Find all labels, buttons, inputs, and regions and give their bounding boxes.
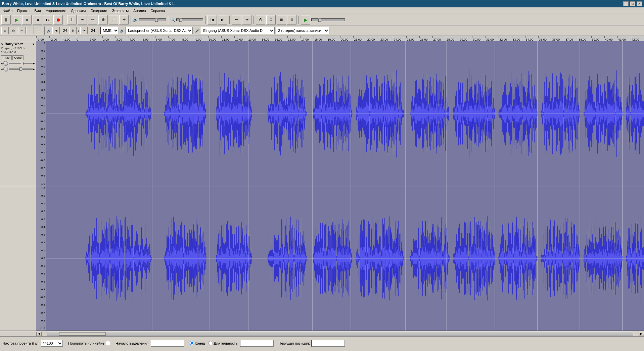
- close-button[interactable]: ✕: [637, 1, 642, 6]
- project-rate-select[interactable]: 44100: [41, 340, 63, 347]
- volume-slider[interactable]: [139, 18, 166, 21]
- menu-file[interactable]: Файл: [1, 8, 14, 13]
- selection-end-input[interactable]: 00 ч 00 м 00 с: [240, 340, 274, 347]
- timeshift-tool-button[interactable]: ↔: [109, 15, 118, 24]
- track-volume-slider[interactable]: [9, 63, 33, 64]
- pause-button[interactable]: ⏸: [1, 15, 11, 24]
- y-label-n0-2-top: -0,2: [36, 128, 46, 131]
- y-label-n0-4-top: -0,4: [36, 143, 46, 146]
- audio-host-select[interactable]: MME: [100, 27, 119, 34]
- record-button[interactable]: ⏺: [53, 15, 63, 24]
- prev-button[interactable]: ⏮: [33, 15, 42, 24]
- vol-down-button[interactable]: ◀: [52, 27, 60, 34]
- scrollbar-track[interactable]: [47, 332, 633, 336]
- toolbar-separator-2: [131, 16, 131, 24]
- y-label-0-3-top: 0,3: [36, 89, 46, 92]
- y-label-0-8-top: 0,8: [36, 50, 46, 52]
- zoom-out-small-button[interactable]: ⊖: [10, 27, 17, 34]
- track-close-x[interactable]: ✕: [1, 43, 4, 46]
- y-label-0-3-bot: 0,3: [36, 234, 46, 236]
- arrow-right-button[interactable]: →: [35, 27, 42, 34]
- playback-slider[interactable]: [311, 18, 345, 21]
- sync-button[interactable]: ⏱: [256, 15, 265, 24]
- select-tool-button[interactable]: I: [67, 15, 77, 24]
- track-pan-slider[interactable]: [9, 68, 33, 70]
- toolbar-row1: ⏸ ▶ ■ ⏮ ⏭ ⏺ I ∿ ✏ ⊕ ↔ ✛ 🔊 🔍 |◀ ▶| ↩ ↪ ⏱: [0, 14, 644, 26]
- horizontal-scrollbar[interactable]: ◀ ▶: [0, 331, 644, 336]
- snap-field: Прилипать к линейке: [68, 341, 110, 345]
- trim-small-button[interactable]: ⊢: [18, 27, 26, 34]
- menu-tracks[interactable]: Дорожки: [69, 8, 88, 13]
- track-pan-knob[interactable]: [3, 67, 8, 71]
- speaker2-icon: 🔊: [47, 29, 51, 33]
- scroll-left-arrow[interactable]: ◀: [36, 332, 42, 336]
- track-volume-knob[interactable]: [3, 61, 8, 66]
- draw-tool-button[interactable]: ✏: [88, 15, 97, 24]
- track-info-bitdepth: 24-bit PCM: [1, 51, 35, 55]
- channels-select[interactable]: 2 (стерео) канала записи: [276, 27, 329, 34]
- zoom-tool-button[interactable]: ⊕: [98, 15, 108, 24]
- output-device-select[interactable]: Lautsprecher (ASUS Xonar DSX Au: [126, 27, 193, 34]
- track-vol-area: ◂ ▸: [1, 61, 35, 66]
- selection-length-radio[interactable]: [209, 341, 213, 345]
- zoom-sel-button[interactable]: ⊞: [277, 15, 286, 24]
- rec-down-button[interactable]: ▼: [80, 27, 88, 34]
- menu-help[interactable]: Справка: [148, 8, 167, 13]
- track-vol-right-arrow[interactable]: ▸: [33, 62, 35, 65]
- skip-end-button[interactable]: ▶|: [218, 15, 227, 24]
- menu-edit[interactable]: Правка: [15, 8, 32, 13]
- vol-zoom-button[interactable]: ⊕: [69, 27, 77, 34]
- y-label-0-4-bot: 0,4: [36, 226, 46, 229]
- zoom-slider[interactable]: [176, 18, 203, 21]
- track-pan-left-arrow[interactable]: ◂: [1, 67, 3, 71]
- track-solo-button[interactable]: Соло: [12, 55, 24, 60]
- toolbar2-separator-1: [44, 27, 45, 35]
- current-pos-input[interactable]: 00 ч 00 м 00 с: [311, 340, 345, 347]
- zoom-fit-button[interactable]: ⊡: [266, 15, 276, 24]
- play-button[interactable]: ▶: [12, 15, 21, 24]
- zoom-thumb[interactable]: [179, 18, 182, 22]
- volume-thumb[interactable]: [155, 18, 158, 22]
- scrollbar-thumb[interactable]: [59, 332, 106, 336]
- y-label-0-4-top: 0,4: [36, 81, 46, 84]
- y-label-0-5-top: 0,5: [36, 73, 46, 76]
- play-green-button[interactable]: ▶: [301, 15, 310, 24]
- menu-analyze[interactable]: Анализ: [131, 8, 148, 13]
- menu-effects[interactable]: Эффекты: [110, 8, 131, 13]
- arrow-left-button[interactable]: ←: [27, 27, 34, 34]
- next-button[interactable]: ⏭: [43, 15, 52, 24]
- y-label-0-6-bot: 0,6: [36, 210, 46, 213]
- selection-start-field: Начало выделения: 00 ч 00 м 00 с: [116, 340, 184, 347]
- top-waveform-container[interactable]: 1,0 0,8 0,7 0,6 0,5 0,4 0,3 0,2 0,1 0,0 …: [36, 41, 644, 186]
- minimize-button[interactable]: ─: [623, 1, 629, 6]
- menu-view[interactable]: Вид: [32, 8, 43, 13]
- zoom-in-small-button[interactable]: ⊕: [1, 27, 9, 34]
- zoom-reset-button[interactable]: ⊟: [287, 15, 296, 24]
- bottom-waveform-container[interactable]: 1,0 0,8 0,7 0,6 0,5 0,4 0,3 0,2 0,1 0,0 …: [36, 186, 644, 331]
- input-device-select[interactable]: Eingang (ASUS Xonar DSX Audio D: [201, 27, 275, 34]
- scroll-right-arrow[interactable]: ▶: [639, 332, 644, 336]
- undo-button[interactable]: ↩: [232, 15, 241, 24]
- track-mute-button[interactable]: Тихо: [1, 55, 12, 60]
- selection-end-radio[interactable]: [190, 341, 194, 345]
- stop-button[interactable]: ■: [22, 15, 32, 24]
- track-volume-thumb[interactable]: [21, 62, 24, 65]
- envelope-tool-button[interactable]: ∿: [78, 15, 87, 24]
- menu-generate[interactable]: Создание: [88, 8, 109, 13]
- y-label-n0-5-bot: -0,5: [36, 296, 46, 299]
- track-dropdown-arrow[interactable]: ▼: [32, 43, 35, 46]
- track-pan-thumb[interactable]: [19, 67, 22, 71]
- toolbar-separator-5: [229, 16, 230, 24]
- track-vol-left-arrow[interactable]: ◂: [1, 62, 3, 65]
- redo-button[interactable]: ↪: [242, 15, 251, 24]
- multi-tool-button[interactable]: ✛: [119, 15, 129, 24]
- toolbar-area: ⏸ ▶ ■ ⏮ ⏭ ⏺ I ∿ ✏ ⊕ ↔ ✛ 🔊 🔍 |◀ ▶| ↩ ↪ ⏱: [0, 14, 644, 36]
- y-label-0-7-bot: 0,7: [36, 202, 46, 205]
- maximize-button[interactable]: □: [630, 1, 635, 6]
- playback-thumb[interactable]: [318, 18, 321, 22]
- menu-control[interactable]: Управление: [44, 8, 68, 13]
- track-pan-right-arrow[interactable]: ▸: [33, 67, 35, 71]
- snap-checkbox[interactable]: [106, 341, 110, 345]
- selection-start-input[interactable]: 00 ч 00 м 00 с: [151, 340, 184, 347]
- skip-start-button[interactable]: |◀: [208, 15, 217, 24]
